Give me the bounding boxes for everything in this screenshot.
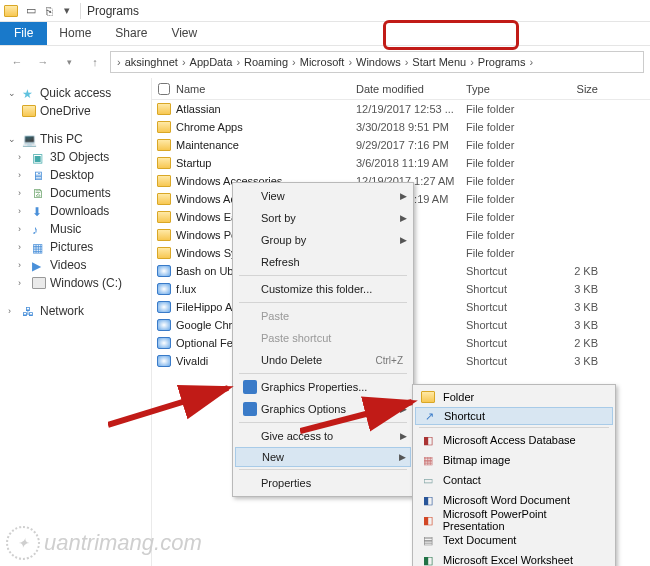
file-type: Shortcut <box>466 283 546 295</box>
word-icon: ◧ <box>423 494 433 507</box>
file-row[interactable]: Chrome Apps3/30/2018 9:51 PMFile folder <box>152 118 650 136</box>
tree-3d-objects[interactable]: ›▣3D Objects <box>0 148 151 166</box>
file-type: Shortcut <box>466 319 546 331</box>
new-contact[interactable]: ▭Contact <box>415 470 613 490</box>
ctx-give-access[interactable]: Give access to▶ <box>235 425 411 447</box>
file-type: Shortcut <box>466 337 546 349</box>
app-icon <box>157 355 171 367</box>
file-size: 2 KB <box>546 337 606 349</box>
app-icon <box>157 283 171 295</box>
tab-home[interactable]: Home <box>47 22 103 45</box>
new-access[interactable]: ◧Microsoft Access Database <box>415 430 613 450</box>
col-name[interactable]: Name <box>176 83 356 95</box>
crumb[interactable]: Windows <box>354 56 403 68</box>
ctx-customize[interactable]: Customize this folder... <box>235 278 411 300</box>
ctx-refresh[interactable]: Refresh <box>235 251 411 273</box>
file-name: Atlassian <box>176 103 356 115</box>
crumb[interactable]: Roaming <box>242 56 290 68</box>
new-folder[interactable]: Folder <box>415 387 613 407</box>
ctx-view[interactable]: View▶ <box>235 185 411 207</box>
file-type: File folder <box>466 121 546 133</box>
tree-label: Pictures <box>50 240 93 254</box>
star-icon: ★ <box>22 87 36 99</box>
ctx-properties[interactable]: Properties <box>235 472 411 494</box>
folder-icon <box>157 103 171 115</box>
ctx-group-by[interactable]: Group by▶ <box>235 229 411 251</box>
file-date: 3/6/2018 11:19 AM <box>356 157 466 169</box>
recent-dropdown-icon[interactable]: ▾ <box>58 51 80 73</box>
tree-documents[interactable]: ›🖺Documents <box>0 184 151 202</box>
file-date: 9/29/2017 7:16 PM <box>356 139 466 151</box>
title-bar: ▭ ⎘ ▾ Programs <box>0 0 650 22</box>
ctx-sort-by[interactable]: Sort by▶ <box>235 207 411 229</box>
back-button[interactable]: ← <box>6 51 28 73</box>
intel-icon <box>243 402 257 416</box>
videos-icon: ▶ <box>32 259 46 271</box>
tree-quick-access[interactable]: ⌄★Quick access <box>0 84 151 102</box>
file-type: File folder <box>466 229 546 241</box>
file-name: Maintenance <box>176 139 356 151</box>
col-size[interactable]: Size <box>546 83 606 95</box>
qat-item[interactable]: ⎘ <box>42 4 56 18</box>
pc-icon: 💻 <box>22 133 36 145</box>
tree-downloads[interactable]: ›⬇Downloads <box>0 202 151 220</box>
navigation-pane: ⌄★Quick access OneDrive ⌄💻This PC ›▣3D O… <box>0 78 152 566</box>
crumb[interactable]: Microsoft <box>298 56 347 68</box>
crumb[interactable]: Start Menu <box>410 56 468 68</box>
file-type: File folder <box>466 247 546 259</box>
tree-this-pc[interactable]: ⌄💻This PC <box>0 130 151 148</box>
tree-music[interactable]: ›♪Music <box>0 220 151 238</box>
tree-pictures[interactable]: ›▦Pictures <box>0 238 151 256</box>
file-row[interactable]: Maintenance9/29/2017 7:16 PMFile folder <box>152 136 650 154</box>
tree-label: Videos <box>50 258 86 272</box>
tree-label: Network <box>40 304 84 318</box>
qat-dropdown-icon[interactable]: ▾ <box>60 4 74 18</box>
drive-icon <box>32 277 46 289</box>
tab-file[interactable]: File <box>0 22 47 45</box>
new-ppt[interactable]: ◧Microsoft PowerPoint Presentation <box>415 510 613 530</box>
new-word[interactable]: ◧Microsoft Word Document <box>415 490 613 510</box>
tree-label: This PC <box>40 132 83 146</box>
app-icon <box>157 337 171 349</box>
file-row[interactable]: Atlassian12/19/2017 12:53 ...File folder <box>152 100 650 118</box>
up-button[interactable]: ↑ <box>84 51 106 73</box>
new-excel[interactable]: ◧Microsoft Excel Worksheet <box>415 550 613 566</box>
tab-share[interactable]: Share <box>103 22 159 45</box>
file-type: File folder <box>466 157 546 169</box>
tab-view[interactable]: View <box>159 22 209 45</box>
tree-drive-c[interactable]: ›Windows (C:) <box>0 274 151 292</box>
crumb[interactable]: AppData <box>188 56 235 68</box>
forward-button[interactable]: → <box>32 51 54 73</box>
crumb[interactable]: aksinghnet <box>123 56 180 68</box>
folder-icon <box>157 193 171 205</box>
col-type[interactable]: Type <box>466 83 546 95</box>
network-icon: 🖧 <box>22 305 36 317</box>
ctx-paste-shortcut: Paste shortcut <box>235 327 411 349</box>
tree-desktop[interactable]: ›🖥Desktop <box>0 166 151 184</box>
new-bitmap[interactable]: ▦Bitmap image <box>415 450 613 470</box>
folder-icon <box>421 391 435 403</box>
tree-label: Desktop <box>50 168 94 182</box>
breadcrumb[interactable]: › aksinghnet› AppData› Roaming› Microsof… <box>110 51 644 73</box>
new-shortcut[interactable]: ↗Shortcut <box>415 407 613 425</box>
qat-item[interactable]: ▭ <box>24 4 38 18</box>
music-icon: ♪ <box>32 223 46 235</box>
folder-icon <box>4 5 18 17</box>
tree-onedrive[interactable]: OneDrive <box>0 102 151 120</box>
col-date[interactable]: Date modified <box>356 83 466 95</box>
chevron-icon: › <box>115 56 123 68</box>
crumb[interactable]: Programs <box>476 56 528 68</box>
folder-icon <box>157 175 171 187</box>
tree-network[interactable]: ›🖧Network <box>0 302 151 320</box>
new-text[interactable]: ▤Text Document <box>415 530 613 550</box>
new-submenu: Folder ↗Shortcut ◧Microsoft Access Datab… <box>412 384 616 566</box>
ctx-new[interactable]: New▶ <box>235 447 411 467</box>
ppt-icon: ◧ <box>423 514 433 527</box>
ctx-graphics-options[interactable]: Graphics Options▶ <box>235 398 411 420</box>
ctx-undo[interactable]: Undo DeleteCtrl+Z <box>235 349 411 371</box>
tree-label: 3D Objects <box>50 150 109 164</box>
select-all-checkbox[interactable] <box>152 83 176 95</box>
tree-videos[interactable]: ›▶Videos <box>0 256 151 274</box>
file-row[interactable]: Startup3/6/2018 11:19 AMFile folder <box>152 154 650 172</box>
ctx-graphics-properties[interactable]: Graphics Properties... <box>235 376 411 398</box>
